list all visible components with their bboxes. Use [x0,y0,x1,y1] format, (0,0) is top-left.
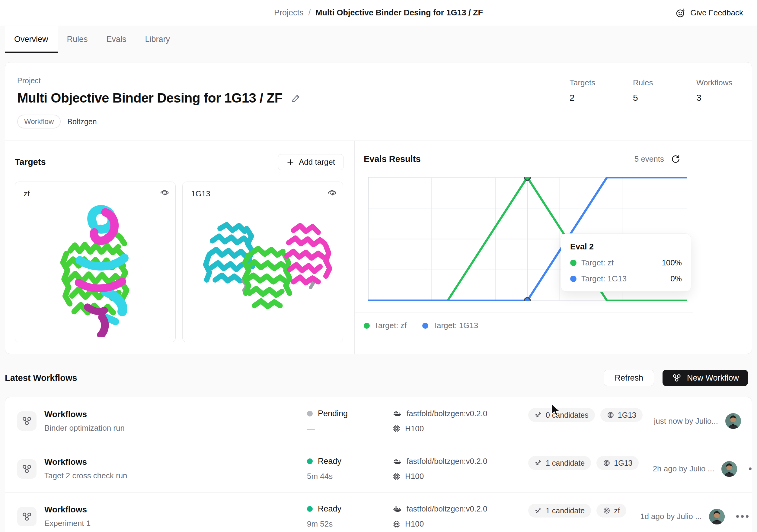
candidates-badge: 1 candidate [528,456,591,470]
workflow-meta: just now by Julio... [643,416,718,426]
tab-evals[interactable]: Evals [97,26,136,53]
image-name: fastfold/boltzgen:v0.2.0 [407,457,487,466]
row-more-menu-icon[interactable] [736,515,748,518]
workflow-branch-icon [17,411,37,431]
status-label: Ready [318,504,341,514]
stat-workflows-value: 3 [696,93,735,103]
hardware-name: H100 [405,472,424,481]
project-title: Multi Objective Binder Desing for 1G13 /… [17,91,283,105]
target-badge-label: 1G13 [618,411,636,420]
stat-rules-value: 5 [633,93,672,103]
add-target-label: Add target [299,157,335,167]
candidates-count: 1 candidate [546,459,585,467]
docker-whale-icon [392,409,402,417]
target-badge-label: 1G13 [614,459,632,467]
candidates-icon [534,459,542,467]
legend-dot-zf [364,323,370,329]
workflow-subtitle: Experiment 1 [45,519,91,528]
evals-panel: Evals Results 5 events Eval 2 [354,141,693,354]
workflow-title: Workflows [45,409,125,419]
workflow-title: Workflows [45,457,127,467]
plus-icon [287,158,294,166]
refresh-button[interactable]: Refresh [604,370,654,386]
stat-targets-value: 2 [569,93,608,103]
rotate-3d-icon[interactable] [160,188,169,198]
candidates-badge: 0 candidates [528,408,595,422]
avatar [725,413,741,429]
give-feedback-button[interactable]: Give Feedback [676,8,743,18]
evals-chart-svg [368,177,687,301]
legend-label-1g13: Target: 1G13 [433,321,478,330]
breadcrumb: Projects / Multi Objective Binder Desing… [274,8,483,17]
duration-value: 5m 44s [307,472,333,481]
candidates-count: 1 candidate [546,506,585,515]
workflow-row[interactable]: Workflows Experiment 1 Ready 9m 52s fast… [5,492,752,532]
status-label: Ready [318,457,341,466]
target-badge: 1G13 [600,408,643,422]
target-card-1g13: 1G13 [182,182,343,342]
feedback-smiley-icon [676,8,686,18]
legend-dot-1g13 [422,323,428,329]
target-badge-label: zf [614,506,620,515]
image-name: fastfold/boltzgen:v0.2.0 [407,504,487,514]
legend-label-zf: Target: zf [374,321,407,330]
project-overview-card: Project Multi Objective Binder Desing fo… [5,62,752,354]
docker-whale-icon [392,505,402,513]
edit-title-pencil-icon[interactable] [291,93,301,103]
refresh-evals-icon[interactable] [671,154,681,164]
new-workflow-button[interactable]: New Workflow [662,370,748,386]
evals-chart[interactable]: Eval 2 Target: zf 100% Target: 1G13 0% [368,177,687,301]
stat-workflows-label: Workflows [696,78,735,88]
events-count: 5 events [634,154,664,164]
status-dot [307,411,313,416]
candidates-icon [534,507,542,515]
duration-value: 9m 52s [307,519,333,529]
row-more-menu-icon[interactable] [749,467,752,470]
tab-library[interactable]: Library [136,26,180,53]
targets-heading: Targets [15,157,46,167]
hardware-name: H100 [405,424,424,434]
workflow-title: Workflows [45,505,91,515]
workflow-row[interactable]: Workflows Binder optimization run Pendin… [5,397,752,445]
rotate-3d-icon[interactable] [327,188,337,198]
workflow-subtitle: Taget 2 cross check run [45,471,127,480]
protein-structure-1g13[interactable] [191,209,334,324]
breadcrumb-current-page: Multi Objective Binder Desing for 1G13 /… [316,8,483,17]
status-label: Pending [318,409,348,418]
project-stats: Targets 2 Rules 5 Workflows 3 [569,76,735,128]
status-dot [307,506,313,512]
workflow-branch-icon [17,507,37,526]
candidates-icon [534,411,542,419]
tab-overview[interactable]: Overview [5,26,58,53]
evals-heading: Evals Results [364,154,421,164]
add-target-button[interactable]: Add target [278,154,344,170]
stat-rules-label: Rules [633,78,672,88]
tab-rules[interactable]: Rules [58,26,97,53]
bullseye-icon [603,459,611,467]
breadcrumb-separator: / [308,8,311,17]
workflow-branch-icon [672,373,682,383]
target-badge: 1G13 [596,456,639,470]
targets-panel: Targets Add target zf [5,141,354,354]
image-name: fastfold/boltzgen:v0.2.0 [407,409,487,418]
avatar [709,509,725,524]
feedback-label: Give Feedback [690,8,743,17]
workflows-list-card: Workflows Binder optimization run Pendin… [5,397,752,532]
workflow-branch-icon [17,459,37,479]
status-dot [307,459,313,464]
protein-structure-zf[interactable] [39,198,152,337]
breadcrumb-projects-link[interactable]: Projects [274,8,304,17]
docker-whale-icon [392,458,402,465]
duration-value: — [307,424,315,434]
avatar [721,461,737,477]
engine-name: Boltzgen [67,117,97,126]
gpu-chip-icon [392,520,401,528]
workflow-subtitle: Binder optimization run [45,423,125,433]
candidates-count: 0 candidates [546,411,589,420]
stat-targets-label: Targets [569,78,608,88]
workflow-meta: 2h ago by Julio ... [639,464,714,473]
project-header: Project Multi Objective Binder Desing fo… [5,63,752,141]
workflow-row[interactable]: Workflows Taget 2 cross check run Ready … [5,445,752,492]
bullseye-icon [603,507,611,515]
project-label: Project [17,76,301,85]
